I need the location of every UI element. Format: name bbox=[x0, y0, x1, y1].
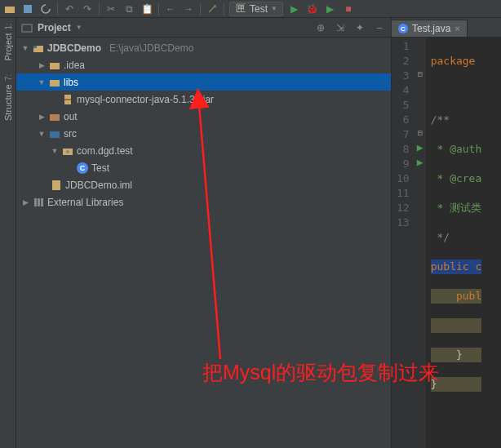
editor-tab-test[interactable]: C Test.java × bbox=[392, 20, 468, 37]
expand-toggle-icon[interactable]: ▼ bbox=[51, 147, 59, 155]
annotation-text: 把Mysql的驱动包复制过来 bbox=[202, 359, 439, 386]
tree-node-label: JDBCDemo bbox=[47, 42, 101, 54]
tree-node-external-libraries[interactable]: ▶ External Libraries bbox=[16, 193, 391, 211]
jar-icon bbox=[62, 94, 73, 105]
tree-node-iml[interactable]: JDBCDemo.iml bbox=[16, 176, 391, 193]
folder-icon bbox=[49, 77, 60, 88]
tree-node-label: JDBCDemo.iml bbox=[65, 180, 132, 191]
forward-icon[interactable]: → bbox=[182, 2, 195, 16]
tree-node-out[interactable]: ▶ out bbox=[16, 108, 391, 125]
line-number: 1 bbox=[397, 39, 410, 54]
project-tool-tab[interactable]: Project 1: bbox=[3, 23, 13, 61]
module-icon bbox=[33, 42, 44, 54]
svg-rect-6 bbox=[50, 80, 60, 86]
folder-icon bbox=[49, 111, 60, 122]
package-icon bbox=[62, 145, 73, 157]
copy-icon[interactable]: ⧉ bbox=[122, 2, 135, 16]
code-content[interactable]: package /** * @auth * @crea * 测试类 */ pub… bbox=[426, 38, 482, 448]
libraries-icon bbox=[33, 197, 44, 208]
expand-toggle-icon[interactable]: ▶ bbox=[38, 61, 46, 69]
main-toolbar: ↶ ↷ ✂ ⧉ 📋 ← → 匣 Test ▼ ▶ 🐞 ▶ ■ bbox=[0, 0, 501, 18]
redo-icon[interactable]: ↷ bbox=[81, 2, 94, 16]
editor-body[interactable]: 1 2 3 4 5 6 7 8 9 10 11 12 13 ⊟ ⊟ ▶ bbox=[392, 38, 501, 448]
stop-icon[interactable]: ■ bbox=[342, 2, 355, 16]
line-number: 12 bbox=[397, 201, 410, 215]
svg-rect-5 bbox=[50, 63, 60, 69]
tree-node-label: External Libraries bbox=[47, 197, 123, 208]
line-number: 5 bbox=[397, 98, 410, 113]
close-tab-icon[interactable]: × bbox=[454, 24, 459, 33]
svg-rect-13 bbox=[52, 180, 60, 190]
locate-icon[interactable]: ⊕ bbox=[314, 21, 327, 34]
paste-icon[interactable]: 📋 bbox=[140, 2, 153, 16]
code-token: package bbox=[431, 55, 476, 67]
run-config-dropdown[interactable]: 匣 Test ▼ bbox=[229, 2, 283, 16]
line-number: 4 bbox=[397, 83, 410, 98]
expand-toggle-icon[interactable]: ▼ bbox=[38, 78, 46, 86]
svg-rect-8 bbox=[64, 99, 71, 100]
undo-icon[interactable]: ↶ bbox=[63, 2, 76, 16]
project-tree[interactable]: ▼ JDBCDemo E:\java\JDBCDemo ▶ .idea ▼ li… bbox=[16, 38, 391, 448]
toolbar-separator bbox=[57, 2, 58, 16]
tree-node-label: mysql-connector-java-5.1.30.jar bbox=[77, 94, 214, 105]
run-gutter-icon[interactable]: ▶ bbox=[415, 155, 426, 170]
toolbar-separator bbox=[99, 2, 100, 16]
back-icon[interactable]: ← bbox=[164, 2, 177, 16]
refresh-icon[interactable] bbox=[39, 2, 52, 16]
tree-node-package[interactable]: ▼ com.dgd.test bbox=[16, 142, 391, 159]
code-token: */ bbox=[431, 231, 450, 243]
svg-rect-14 bbox=[34, 198, 37, 206]
iml-file-icon bbox=[51, 180, 62, 191]
tree-node-label: out bbox=[64, 111, 78, 122]
hide-icon[interactable]: – bbox=[373, 21, 386, 34]
code-token: public c bbox=[431, 260, 482, 273]
structure-tab-label: Structure bbox=[3, 84, 13, 121]
run-gutter-icon[interactable]: ▶ bbox=[415, 140, 426, 155]
open-icon[interactable] bbox=[3, 2, 16, 16]
expand-toggle-icon[interactable]: ▼ bbox=[21, 44, 29, 52]
fold-toggle-icon[interactable]: ⊟ bbox=[415, 126, 426, 140]
tree-root[interactable]: ▼ JDBCDemo E:\java\JDBCDemo bbox=[16, 39, 391, 56]
tree-node-src[interactable]: ▼ src bbox=[16, 125, 391, 142]
collapse-icon[interactable]: ⇲ bbox=[334, 21, 347, 34]
code-token: /** bbox=[431, 113, 450, 126]
tree-node-mysql-jar[interactable]: mysql-connector-java-5.1.30.jar bbox=[16, 91, 391, 108]
project-tab-number: 1: bbox=[3, 23, 12, 29]
line-number: 10 bbox=[397, 171, 410, 186]
svg-point-12 bbox=[66, 150, 69, 153]
coverage-icon[interactable]: ▶ bbox=[324, 2, 337, 16]
project-panel-title: Project bbox=[38, 22, 71, 33]
code-token: publ bbox=[431, 290, 482, 302]
structure-tool-tab[interactable]: Structure 7: bbox=[3, 74, 13, 121]
project-tab-label: Project bbox=[3, 33, 13, 60]
expand-toggle-icon[interactable]: ▼ bbox=[38, 130, 46, 138]
code-token: * 测试类 bbox=[431, 202, 481, 214]
cut-icon[interactable]: ✂ bbox=[104, 2, 117, 16]
tree-node-class-test[interactable]: C Test bbox=[16, 159, 391, 176]
svg-rect-10 bbox=[50, 131, 60, 138]
chevron-down-icon[interactable]: ▼ bbox=[76, 24, 82, 31]
expand-toggle-icon[interactable]: ▶ bbox=[38, 113, 46, 121]
line-numbers: 1 2 3 4 5 6 7 8 9 10 11 12 13 bbox=[392, 38, 415, 448]
source-folder-icon bbox=[49, 128, 60, 140]
toolbar-separator bbox=[200, 2, 201, 16]
svg-rect-1 bbox=[24, 5, 32, 13]
tree-node-libs[interactable]: ▼ libs bbox=[16, 73, 391, 91]
save-icon[interactable] bbox=[21, 2, 34, 16]
fold-toggle-icon[interactable]: ⊟ bbox=[415, 67, 426, 82]
settings-icon[interactable]: ✦ bbox=[353, 21, 366, 34]
run-icon[interactable]: ▶ bbox=[288, 2, 301, 16]
line-number: 2 bbox=[397, 54, 410, 69]
toolbar-separator bbox=[158, 2, 159, 16]
tree-node-idea[interactable]: ▶ .idea bbox=[16, 56, 391, 73]
build-icon[interactable] bbox=[206, 2, 219, 16]
debug-icon[interactable]: 🐞 bbox=[306, 2, 319, 16]
line-number: 6 bbox=[397, 113, 410, 127]
expand-toggle-icon[interactable]: ▶ bbox=[21, 198, 29, 206]
tree-node-label: src bbox=[64, 128, 77, 140]
tree-node-label: .idea bbox=[64, 60, 85, 71]
line-number: 3 bbox=[397, 69, 410, 83]
class-icon: C bbox=[398, 24, 408, 33]
tree-node-label: com.dgd.test bbox=[77, 145, 133, 157]
code-token: * @auth bbox=[431, 143, 482, 155]
